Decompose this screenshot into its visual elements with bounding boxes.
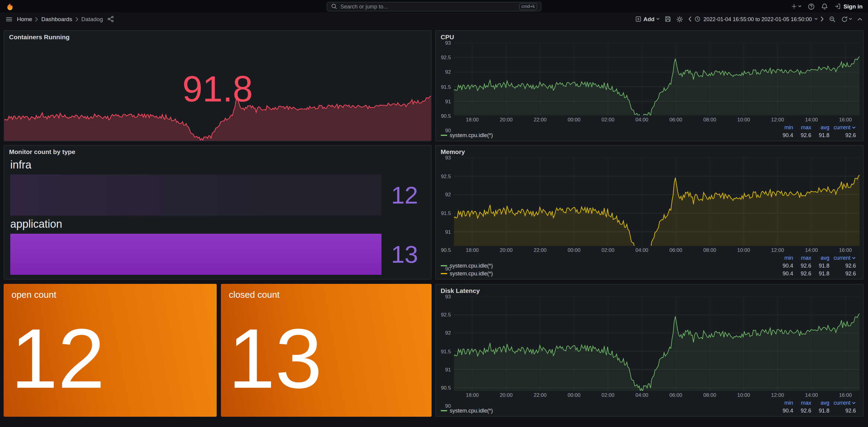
clock-icon[interactable]: [694, 16, 701, 22]
series-name[interactable]: system.cpu.idle(*): [450, 262, 775, 269]
x-axis-label: 16:00: [839, 247, 852, 253]
dashboard-toolbar: Home Dashboards Datadog Add: [0, 13, 868, 25]
breadcrumb-datadog[interactable]: Datadog: [81, 16, 103, 22]
y-axis-label: 90.5: [441, 385, 451, 391]
menu-hamburger-icon[interactable]: [5, 16, 13, 23]
panel-title[interactable]: CPU: [436, 31, 863, 42]
breadcrumb-home[interactable]: Home: [17, 16, 32, 22]
help-icon[interactable]: [808, 3, 815, 10]
series-name[interactable]: system.cpu.idle(*): [450, 407, 775, 414]
panel-title[interactable]: Memory: [436, 146, 863, 156]
legend-sort-avg[interactable]: avg: [811, 399, 829, 406]
grafana-logo[interactable]: [5, 2, 14, 11]
series-avg: 91.8: [811, 407, 829, 414]
x-axis-label: 02:00: [601, 247, 615, 253]
y-axis-label: 90.5: [441, 113, 451, 119]
legend-item: system.cpu.idle(*)90.492.691.892.6: [441, 262, 856, 269]
y-axis-label: 90: [445, 266, 451, 272]
panel-memory: Memory 9392.59291.59190.590 18:0020:0022…: [435, 145, 864, 280]
dashboard-settings-gear-icon[interactable]: [676, 16, 684, 23]
y-axis-label: 91: [445, 366, 451, 372]
x-axis-label: 02:00: [601, 117, 615, 123]
x-axis-label: 10:00: [737, 392, 750, 398]
containers-chart-body: 91.8: [4, 42, 431, 141]
legend-sort-min[interactable]: min: [775, 124, 793, 131]
toolbar-right: Add 2022-01-04 16:55:00 to 2022-01-05 16…: [635, 16, 863, 23]
timeseries-body: 9392.59291.59190.590 18:0020:0022:0000:0…: [436, 42, 863, 141]
legend-sort-current[interactable]: current: [829, 399, 856, 406]
panel-title[interactable]: open count: [4, 284, 217, 300]
y-axis: 9392.59291.59190.590: [438, 158, 454, 246]
legend-sort-max[interactable]: max: [793, 254, 811, 262]
series-name[interactable]: system.cpu.idle(*): [450, 132, 775, 139]
panel-closed-count: closed count 13: [221, 284, 432, 417]
gauge-label: infra: [10, 159, 425, 172]
panel-cpu: CPU 9392.59291.59190.590 18:0020:0022:00…: [435, 30, 864, 141]
series-avg: 91.8: [811, 132, 829, 139]
series-max: 92.6: [793, 407, 811, 414]
x-axis: 18:0020:0022:0000:0002:0004:0006:0008:00…: [454, 115, 860, 123]
breadcrumb-dashboards[interactable]: Dashboards: [41, 16, 72, 22]
x-axis-label: 18:00: [466, 392, 479, 398]
collapse-chevron-up-icon[interactable]: [857, 17, 863, 21]
legend-sort-min[interactable]: min: [775, 399, 793, 406]
legend-sort-max[interactable]: max: [793, 399, 811, 406]
series-min: 90.4: [775, 270, 793, 277]
legend-item: system.cpu.idle(*)90.492.691.892.6: [441, 407, 856, 414]
chevron-down-icon[interactable]: [814, 18, 818, 21]
legend-sort-min[interactable]: min: [775, 254, 793, 262]
series-name[interactable]: system.cpu.idle(*): [450, 270, 775, 277]
legend: minmaxavgcurrentsystem.cpu.idle(*)90.492…: [438, 399, 860, 414]
time-shift-back-icon[interactable]: [688, 16, 692, 22]
legend-header: minmaxavgcurrent: [441, 124, 856, 131]
x-axis-label: 16:00: [839, 392, 852, 398]
add-panel-button[interactable]: Add: [635, 16, 660, 22]
time-shift-forward-icon[interactable]: [820, 16, 824, 22]
closed-count-value: 13: [221, 300, 432, 417]
legend-sort-avg[interactable]: avg: [811, 124, 829, 131]
y-axis-label: 92.5: [441, 54, 451, 60]
x-axis-label: 20:00: [500, 247, 513, 253]
panel-title[interactable]: closed count: [221, 284, 432, 300]
legend-sort-max[interactable]: max: [793, 124, 811, 131]
share-icon[interactable]: [107, 16, 114, 22]
series-current: 92.6: [829, 262, 856, 269]
x-axis-label: 14:00: [805, 247, 818, 253]
sign-in-icon: [835, 3, 841, 10]
series-current: 92.6: [829, 407, 856, 414]
x-axis-label: 22:00: [534, 117, 547, 123]
x-axis-label: 12:00: [771, 392, 784, 398]
y-axis-label: 93: [445, 294, 451, 300]
x-axis-label: 10:00: [737, 117, 750, 123]
x-axis: 18:0020:0022:0000:0002:0004:0006:0008:00…: [454, 391, 860, 399]
y-axis-label: 92: [445, 330, 451, 336]
search-icon: [331, 3, 337, 10]
x-axis-label: 22:00: [534, 247, 547, 253]
panel-title[interactable]: Containers Running: [4, 31, 431, 42]
series-current: 92.6: [829, 270, 856, 277]
search-field[interactable]: [340, 3, 516, 9]
series-min: 90.4: [775, 407, 793, 414]
refresh-icon[interactable]: [841, 16, 852, 23]
chevron-right-icon: [75, 17, 78, 22]
x-axis-label: 12:00: [771, 247, 784, 253]
search-input[interactable]: cmd+k: [327, 1, 541, 11]
new-plus-button[interactable]: [791, 3, 802, 10]
x-axis-label: 14:00: [805, 392, 818, 398]
panel-title[interactable]: Disk Latency: [436, 284, 863, 295]
legend-sort-current[interactable]: current: [829, 254, 856, 262]
legend-sort-avg[interactable]: avg: [811, 254, 829, 262]
save-dashboard-icon[interactable]: [665, 16, 672, 22]
time-range-label[interactable]: 2022-01-04 16:55:00 to 2022-01-05 16:50:…: [704, 16, 812, 22]
x-axis-label: 02:00: [601, 392, 615, 398]
legend: minmaxavgcurrentsystem.cpu.idle(*)90.492…: [438, 123, 860, 139]
chevron-right-icon: [35, 17, 38, 22]
panel-title[interactable]: Monitor count by type: [4, 146, 431, 156]
legend-sort-current[interactable]: current: [829, 124, 856, 131]
x-axis: 18:0020:0022:0000:0002:0004:0006:0008:00…: [454, 246, 860, 254]
notifications-bell-icon[interactable]: [821, 3, 829, 10]
panel-containers-running: Containers Running 91.8: [4, 30, 432, 141]
x-axis-label: 04:00: [636, 117, 649, 123]
sign-in-button[interactable]: Sign in: [835, 3, 863, 10]
zoom-out-time-icon[interactable]: [829, 16, 836, 23]
